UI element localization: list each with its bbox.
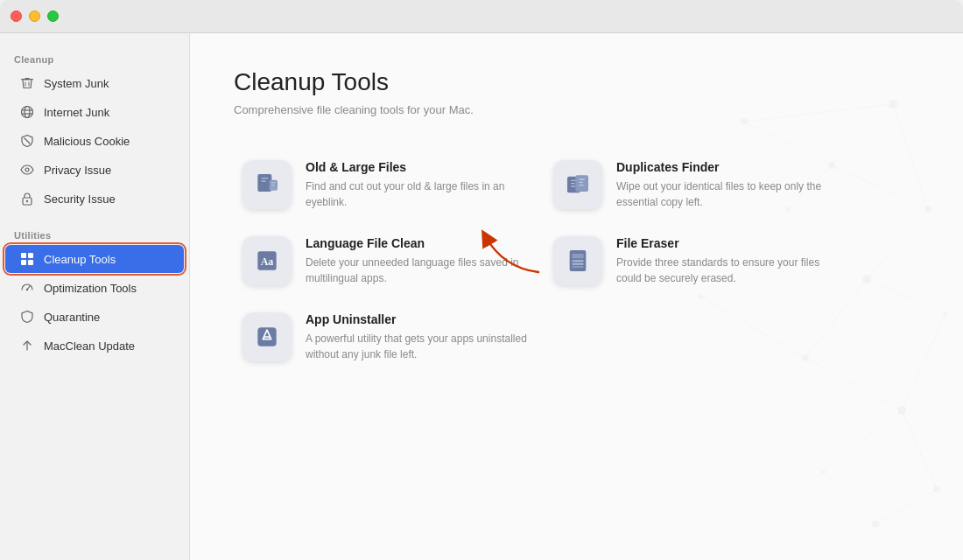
language-file-clean-name: Language File Clean — [306, 236, 527, 250]
app-uninstaller-desc: A powerful utility that gets your apps u… — [306, 331, 527, 362]
tool-old-large-files[interactable]: Old & Large Files Find and cut out your … — [234, 151, 536, 219]
tools-grid: Old & Large Files Find and cut out your … — [234, 151, 847, 371]
svg-rect-55 — [571, 183, 575, 184]
file-eraser-icon-wrap — [553, 236, 602, 285]
sidebar-section-utilities: Utilities — [0, 223, 189, 244]
old-large-files-desc: Find and cut out your old & large files … — [306, 178, 527, 210]
old-large-files-text: Old & Large Files Find and cut out your … — [306, 160, 527, 210]
app-body: Cleanup System Junk — [0, 33, 963, 560]
traffic-lights — [11, 10, 59, 22]
old-large-files-name: Old & Large Files — [306, 160, 527, 174]
page-title: Cleanup Tools — [234, 68, 919, 96]
svg-point-8 — [25, 168, 29, 172]
tool-language-file-clean[interactable]: Aa Language File Clean Delete your unnee… — [234, 228, 536, 295]
old-large-files-icon-wrap — [243, 160, 292, 209]
svg-line-40 — [823, 410, 902, 472]
svg-point-3 — [22, 107, 33, 118]
svg-line-31 — [893, 104, 928, 209]
language-file-clean-icon-wrap: Aa — [243, 236, 292, 285]
svg-point-20 — [862, 275, 871, 284]
svg-rect-0 — [21, 79, 33, 80]
tool-app-uninstaller[interactable]: App Uninstaller A powerful utility that … — [234, 304, 536, 371]
sidebar-item-macclean-update-label: MacClean Update — [44, 340, 135, 353]
shield-slash-icon — [19, 133, 35, 149]
svg-rect-56 — [571, 186, 575, 186]
svg-rect-58 — [579, 178, 585, 179]
svg-rect-65 — [572, 266, 583, 268]
svg-rect-11 — [21, 253, 26, 258]
svg-point-25 — [820, 469, 826, 474]
svg-line-34 — [867, 209, 928, 279]
sidebar-item-internet-junk[interactable]: Internet Junk — [5, 98, 184, 126]
svg-rect-14 — [28, 260, 33, 265]
duplicates-finder-icon-wrap — [553, 160, 602, 209]
svg-point-24 — [933, 486, 940, 493]
close-button[interactable] — [11, 10, 22, 22]
svg-point-26 — [872, 521, 879, 528]
app-uninstaller-text: App Uninstaller A powerful utility that … — [306, 312, 527, 362]
svg-rect-66 — [572, 260, 583, 262]
sidebar-item-optimization-tools[interactable]: Optimization Tools — [5, 274, 184, 302]
svg-line-39 — [902, 410, 937, 489]
svg-point-28 — [741, 118, 748, 125]
sidebar-item-system-junk-label: System Junk — [44, 77, 109, 90]
svg-rect-67 — [572, 254, 583, 258]
svg-rect-48 — [261, 180, 265, 181]
svg-line-7 — [25, 138, 30, 144]
sidebar-item-system-junk[interactable]: System Junk — [5, 69, 184, 97]
eye-icon — [19, 162, 35, 178]
lock-icon — [19, 191, 35, 206]
sidebar-item-security-issue-label: Security Issue — [44, 192, 116, 206]
svg-rect-13 — [21, 260, 26, 265]
sidebar-item-quarantine-label: Quarantine — [44, 311, 100, 324]
svg-text:Aa: Aa — [261, 256, 274, 268]
svg-point-19 — [924, 206, 931, 213]
svg-line-35 — [867, 279, 945, 314]
duplicates-finder-text: Duplicates Finder Wipe out your identica… — [616, 160, 838, 210]
title-bar — [0, 0, 963, 33]
language-file-clean-desc: Delete your unneeded language files save… — [306, 255, 527, 286]
gauge-icon — [19, 280, 35, 296]
sidebar-section-cleanup: Cleanup — [0, 47, 189, 68]
globe-icon — [19, 104, 35, 120]
language-file-clean-text: Language File Clean Delete your unneeded… — [306, 236, 527, 286]
sidebar-item-cleanup-tools[interactable]: Cleanup Tools — [5, 245, 184, 273]
file-eraser-desc: Provide three standards to ensure your f… — [616, 255, 838, 286]
arrow-up-icon — [19, 338, 35, 354]
app-uninstaller-icon-wrap — [243, 312, 292, 361]
sidebar-item-internet-junk-label: Internet Junk — [44, 106, 109, 119]
minimize-button[interactable] — [29, 10, 40, 22]
tool-file-eraser[interactable]: File Eraser Provide three standards to e… — [545, 228, 847, 295]
sidebar-item-privacy-issue-label: Privacy Issue — [44, 164, 111, 177]
app-uninstaller-name: App Uninstaller — [306, 312, 527, 326]
svg-point-23 — [897, 406, 906, 415]
svg-point-16 — [26, 289, 28, 290]
sidebar-item-quarantine[interactable]: Quarantine — [5, 303, 184, 331]
svg-point-52 — [270, 186, 278, 193]
svg-point-21 — [943, 312, 948, 317]
duplicates-finder-desc: Wipe out your identical files to keep on… — [616, 178, 838, 210]
svg-line-42 — [823, 472, 875, 524]
sidebar-item-security-issue[interactable]: Security Issue — [5, 185, 184, 213]
sidebar-item-malicious-cookie[interactable]: Malicious Cookie — [5, 127, 184, 155]
tool-duplicates-finder[interactable]: Duplicates Finder Wipe out your identica… — [545, 151, 847, 219]
page-subtitle: Comprehensive file cleaning tools for yo… — [234, 103, 919, 116]
svg-point-4 — [25, 107, 30, 118]
svg-rect-57 — [575, 175, 588, 192]
sidebar-item-macclean-update[interactable]: MacClean Update — [5, 332, 184, 360]
svg-rect-12 — [28, 253, 33, 258]
duplicates-finder-name: Duplicates Finder — [616, 160, 838, 174]
shield-icon — [19, 309, 35, 325]
svg-rect-60 — [579, 185, 583, 186]
file-eraser-name: File Eraser — [616, 236, 838, 250]
sidebar-item-privacy-issue[interactable]: Privacy Issue — [5, 156, 184, 184]
svg-rect-50 — [271, 182, 276, 183]
svg-line-37 — [902, 314, 945, 410]
maximize-button[interactable] — [47, 10, 59, 22]
grid-icon — [19, 251, 35, 267]
svg-rect-59 — [579, 182, 583, 183]
trash-icon — [19, 75, 35, 91]
svg-rect-47 — [261, 178, 268, 178]
svg-point-10 — [26, 200, 28, 202]
sidebar-item-optimization-tools-label: Optimization Tools — [44, 282, 137, 295]
